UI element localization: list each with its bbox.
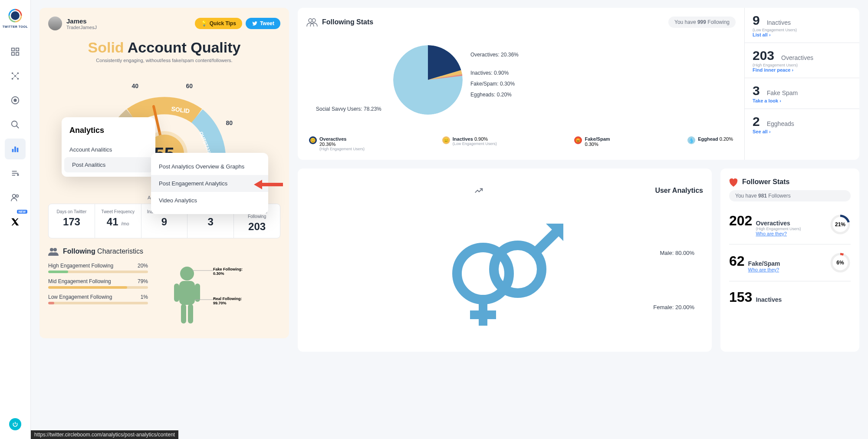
stat-frequency: Tweet Frequency41 /mo <box>95 204 141 238</box>
char-row-high: High Engagement Following20% <box>48 263 148 273</box>
svg-rect-3 <box>12 53 14 55</box>
svg-rect-35 <box>174 284 179 302</box>
fs-stat-inactives: 9Inactives(Low Engagement Users)List all… <box>745 8 859 43</box>
fs-stat-eggheads: 2EggheadsSee all › <box>745 109 859 139</box>
power-button[interactable] <box>9 418 21 430</box>
svg-point-41 <box>309 19 312 22</box>
analytics-popup: Analytics Account Analitics Post Analiti… <box>62 117 155 177</box>
arrow-indicator-icon <box>253 178 284 191</box>
following-stats-card: Following Stats You have 999 Following O… <box>298 8 859 160</box>
svg-point-0 <box>11 11 20 20</box>
svg-rect-1 <box>12 48 14 51</box>
list-all-link[interactable]: List all › <box>753 32 852 37</box>
svg-line-48 <box>535 232 556 253</box>
follower-stats-title: Follower Stats <box>729 177 789 187</box>
svg-marker-55 <box>254 180 262 189</box>
follower-item-overactives: 202 Overactives(High Engagement Users)Wh… <box>729 205 851 244</box>
svg-point-32 <box>53 248 57 251</box>
svg-line-17 <box>16 126 19 129</box>
user-analytics-title: User Analytics <box>306 177 703 204</box>
who-are-they-link-1[interactable]: Who are they? <box>756 231 801 236</box>
svg-rect-2 <box>16 48 19 51</box>
svg-point-33 <box>180 267 194 281</box>
post-analytics-submenu: Post Analytics Overview & Graphs Post En… <box>151 153 268 214</box>
svg-point-31 <box>50 248 53 251</box>
nav-analytics-icon[interactable] <box>5 139 26 159</box>
nav-dashboard-icon[interactable] <box>5 41 26 62</box>
fs-stat-fakespam: 3Fake SpamTake a look › <box>745 78 859 109</box>
following-summary-pill: You have 999 Following <box>668 17 736 28</box>
profile-handle: TraderJamesJ <box>66 25 97 30</box>
following-characteristics-title: Following Characteristics <box>48 247 280 256</box>
quality-subtitle: Consistently engaging, without/less fake… <box>48 58 280 63</box>
svg-rect-4 <box>16 53 19 55</box>
take-look-link[interactable]: Take a look › <box>753 98 852 103</box>
svg-line-11 <box>15 73 18 76</box>
sub-overview[interactable]: Post Analytics Overview & Graphs <box>151 158 268 175</box>
pop-account-analytics[interactable]: Account Analitics <box>62 142 155 157</box>
quality-title: Solid Account Quality <box>48 39 280 56</box>
app-logo[interactable]: TWITTER TOOL <box>3 8 28 28</box>
char-row-mid: Mid Engagement Following79% <box>48 278 148 289</box>
follower-item-inactives: 153 Inactives <box>729 281 851 313</box>
svg-rect-37 <box>181 304 186 323</box>
following-stats-title: Following Stats <box>306 18 373 26</box>
svg-rect-34 <box>179 281 195 305</box>
legend-inactives: 😐Inactives 0.90%(Low Engagement Users) <box>442 136 497 151</box>
quick-tips-button[interactable]: 💡 Quick Tips <box>195 18 242 29</box>
svg-rect-18 <box>12 149 14 152</box>
nav-network-icon[interactable] <box>5 66 26 86</box>
see-all-link[interactable]: See all › <box>753 129 852 134</box>
nav-x-icon[interactable] <box>5 211 26 232</box>
nav-list-icon[interactable] <box>5 163 26 184</box>
svg-point-16 <box>12 121 17 127</box>
nav-users-icon[interactable] <box>5 187 26 208</box>
who-are-they-link-2[interactable]: Who are they? <box>748 267 780 272</box>
user-analytics-card: User Analytics Male: 80.00% Female: 20.0… <box>298 168 712 352</box>
profile-name: James <box>66 17 97 25</box>
svg-rect-20 <box>17 148 19 152</box>
analytics-popup-title: Analytics <box>62 126 155 142</box>
svg-point-26 <box>13 195 16 198</box>
find-peace-link[interactable]: Find inner peace › <box>753 67 852 73</box>
app-name: TWITTER TOOL <box>3 25 28 28</box>
svg-rect-36 <box>195 284 200 302</box>
sub-video[interactable]: Video Analytics <box>151 192 268 209</box>
svg-line-10 <box>13 73 15 76</box>
svg-line-12 <box>13 76 15 79</box>
svg-rect-46 <box>470 310 496 319</box>
svg-point-15 <box>14 99 16 102</box>
follower-item-fakespam: 62 Fake/SpamWho are they? 6% <box>729 244 851 281</box>
fs-stat-overactives: 203Overactives(High Engagement Users)Fin… <box>745 43 859 78</box>
tweet-button[interactable]: Tweet <box>246 18 280 29</box>
pop-post-analytics[interactable]: Post Analitics <box>64 157 153 172</box>
follower-stats-card: Follower Stats You have 981 Followers 20… <box>720 168 859 352</box>
status-bar-url: https://twitter.circleboom.com/analytics… <box>31 430 178 439</box>
follower-summary-pill: You have 981 Followers <box>729 190 851 201</box>
legend-fakespam: 😡Fake/Spam0.30% <box>574 136 610 151</box>
nav-search-icon[interactable] <box>5 114 26 135</box>
legend-overactives: 😊Overactives20.36%(High Engagement Users… <box>309 136 365 151</box>
legend-egghead: 💧Egghead 0.20% <box>687 136 733 151</box>
nav-target-icon[interactable] <box>5 90 26 111</box>
sidebar: TWITTER TOOL <box>0 0 31 439</box>
svg-point-42 <box>312 19 316 22</box>
svg-rect-38 <box>188 304 193 323</box>
svg-point-47 <box>494 245 542 293</box>
svg-rect-19 <box>14 147 16 152</box>
svg-line-13 <box>15 76 18 79</box>
char-row-low: Low Engagement Following1% <box>48 294 148 304</box>
stat-days: Days on Twitter173 <box>49 204 95 238</box>
avatar[interactable] <box>48 17 62 30</box>
gender-chart-icon <box>440 213 570 334</box>
sub-engagement[interactable]: Post Engagement Analytics <box>151 175 268 192</box>
following-pie-chart <box>393 45 463 115</box>
svg-point-27 <box>16 195 19 198</box>
